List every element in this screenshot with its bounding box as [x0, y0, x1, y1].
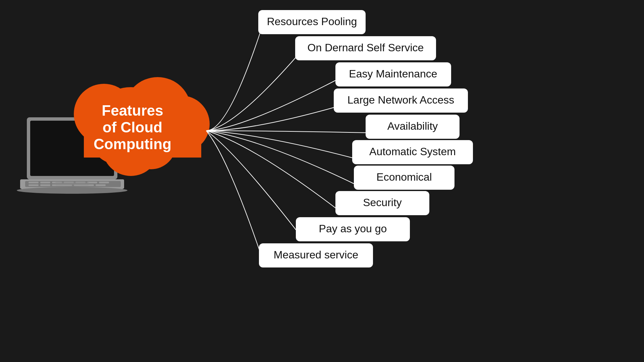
- cloud-title-line3: Computing: [94, 136, 171, 152]
- line-availability: [206, 131, 367, 133]
- laptop: [17, 117, 127, 194]
- svg-rect-26: [84, 131, 201, 158]
- svg-point-20: [74, 84, 134, 144]
- box-resources-pooling: [258, 10, 366, 34]
- line-on-demand: [206, 54, 299, 131]
- svg-rect-1: [30, 121, 114, 176]
- label-resources-pooling: Resources Pooling: [267, 15, 357, 27]
- box-measured-service: [259, 243, 373, 267]
- box-large-network: [334, 88, 468, 113]
- svg-rect-0: [27, 117, 117, 179]
- box-easy-maintenance: [335, 62, 451, 86]
- svg-rect-12: [29, 184, 39, 186]
- svg-point-23: [91, 111, 144, 164]
- svg-rect-15: [74, 184, 94, 186]
- svg-point-19: [91, 87, 171, 168]
- svg-rect-9: [75, 182, 86, 183]
- line-pay-as-you-go: [206, 131, 300, 235]
- label-measured-service: Measured service: [274, 249, 359, 261]
- svg-rect-8: [64, 182, 74, 183]
- label-security: Security: [363, 196, 402, 208]
- label-large-network: Large Network Access: [347, 94, 454, 106]
- line-automatic-system: [206, 131, 354, 158]
- label-automatic-system: Automatic System: [369, 145, 456, 158]
- box-economical: [354, 166, 454, 190]
- svg-point-22: [153, 96, 210, 153]
- box-on-demand: [295, 36, 436, 60]
- label-on-demand: On Dernard Self Service: [308, 42, 424, 54]
- label-easy-maintenance: Easy Maintenance: [349, 68, 437, 80]
- svg-point-21: [124, 77, 191, 144]
- cloud-shape: [74, 77, 210, 176]
- svg-rect-14: [52, 184, 72, 186]
- line-resources-pooling: [206, 28, 262, 131]
- line-large-network: [206, 107, 337, 131]
- cloud-title-line1: Features: [102, 102, 163, 119]
- svg-rect-7: [52, 182, 62, 183]
- label-economical: Economical: [376, 171, 432, 183]
- line-measured-service: [206, 131, 263, 261]
- svg-rect-3: [20, 179, 124, 189]
- box-pay-as-you-go: [296, 217, 410, 241]
- svg-rect-4: [25, 181, 121, 187]
- label-availability: Availability: [387, 120, 438, 132]
- svg-point-25: [102, 119, 159, 176]
- svg-rect-6: [40, 182, 50, 183]
- svg-point-2: [20, 183, 124, 193]
- svg-rect-16: [96, 184, 106, 186]
- svg-rect-13: [40, 184, 50, 186]
- line-economical: [206, 131, 354, 184]
- line-easy-maintenance: [206, 80, 335, 131]
- line-security: [206, 131, 337, 209]
- label-pay-as-you-go: Pay as you go: [319, 223, 387, 235]
- svg-rect-11: [99, 182, 109, 183]
- svg-rect-5: [29, 182, 39, 183]
- box-availability: [366, 115, 460, 139]
- svg-rect-10: [87, 182, 97, 183]
- box-security: [335, 191, 429, 215]
- box-automatic-system: [352, 140, 473, 164]
- svg-rect-17: [55, 182, 89, 185]
- svg-point-24: [126, 119, 176, 169]
- cloud-title-line2: of Cloud: [103, 119, 162, 135]
- svg-point-18: [17, 187, 127, 194]
